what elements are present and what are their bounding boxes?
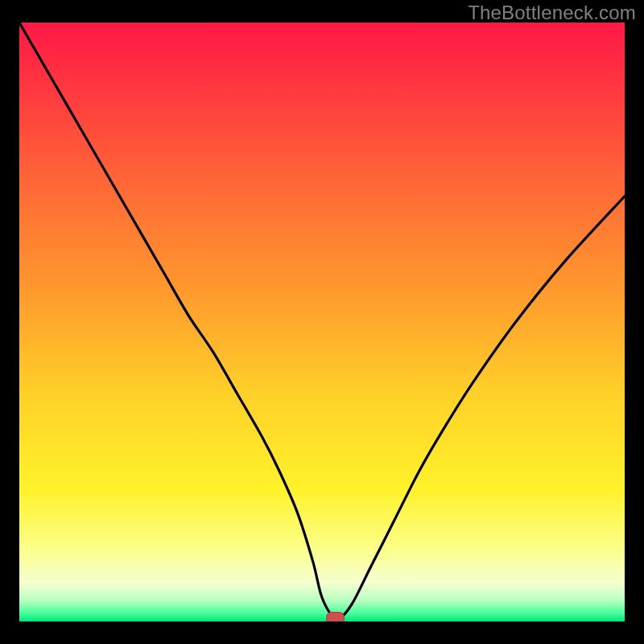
chart-frame: TheBottleneck.com <box>0 0 644 644</box>
minimum-marker <box>327 613 345 621</box>
watermark-label: TheBottleneck.com <box>468 2 636 24</box>
chart-svg <box>19 23 625 621</box>
plot-area <box>19 23 625 621</box>
gradient-background <box>19 23 625 621</box>
